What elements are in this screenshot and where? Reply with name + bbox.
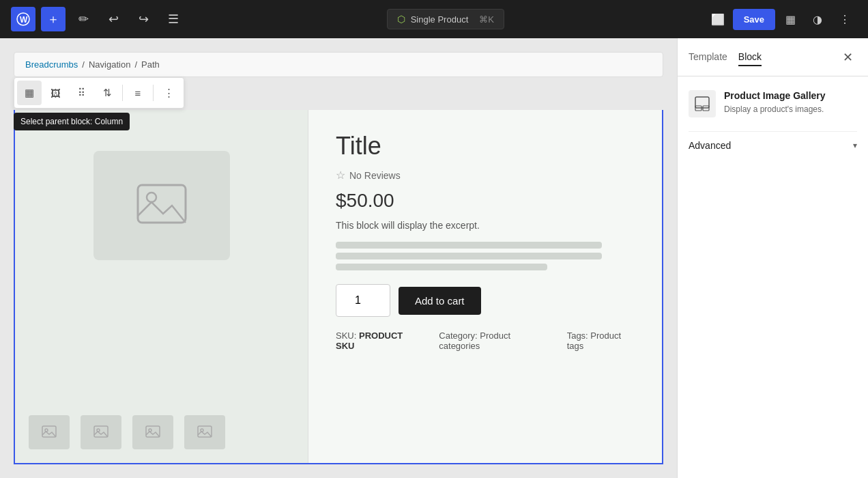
product-category: Category: Product categories — [439, 331, 545, 351]
main-area: Breadcrumbs / Navigation / Path ▦ 🖼 ⠿ ⇅ — [0, 38, 868, 478]
redo-icon: ↪ — [139, 12, 149, 27]
reviews-text: No Reviews — [349, 170, 401, 181]
block-description: Display a product's images. — [724, 104, 826, 115]
thumbnail-row — [29, 415, 225, 449]
toolbar-divider-2 — [153, 85, 154, 101]
svg-rect-12 — [695, 97, 709, 108]
align-icon: ≡ — [135, 87, 141, 99]
contrast-button[interactable]: ◑ — [805, 7, 830, 31]
layout-icon: ▦ — [785, 13, 796, 26]
breadcrumb: Breadcrumbs / Navigation / Path — [14, 52, 663, 77]
list-icon: ☰ — [168, 12, 179, 27]
product-meta: SKU: PRODUCT SKU Category: Product categ… — [336, 331, 635, 351]
single-product-label: Single Product — [411, 14, 469, 25]
list-view-button[interactable]: ☰ — [161, 7, 186, 31]
product-icon: ⬡ — [397, 14, 405, 25]
save-button[interactable]: Save — [733, 9, 775, 30]
product-details-column: Title ☆ No Reviews $50.00 This block wil… — [308, 110, 662, 463]
svg-point-3 — [147, 193, 156, 202]
plus-icon: ＋ — [47, 11, 59, 27]
preview-icon: ⬜ — [711, 13, 725, 26]
arrows-icon: ⇅ — [103, 87, 112, 99]
wp-logo[interactable]: W — [11, 7, 35, 31]
pencil-icon: ✏ — [78, 12, 89, 27]
select-column-button[interactable]: ▦ — [17, 81, 42, 105]
breadcrumb-separator-2: / — [134, 59, 137, 70]
product-image-placeholder — [93, 151, 230, 260]
add-to-cart-button[interactable]: Add to cart — [399, 287, 481, 315]
thumbnail-3[interactable] — [132, 415, 173, 449]
sku-label: SKU: — [336, 331, 356, 341]
product-tags: Tags: Product tags — [567, 331, 635, 351]
top-toolbar: W ＋ ✏ ↩ ↪ ☰ ⬡ Single Product ⌘K ⬜ Save ▦… — [0, 0, 868, 38]
add-block-button[interactable]: ＋ — [41, 7, 66, 31]
layout-button[interactable]: ▦ — [778, 7, 802, 31]
star-icon: ☆ — [336, 169, 345, 182]
panel-content: Product Image Gallery Display a product'… — [678, 76, 868, 478]
thumbnail-2[interactable] — [81, 415, 121, 449]
product-image-column — [15, 110, 308, 463]
product-title: Title — [336, 132, 635, 160]
toolbar-center: ⬡ Single Product ⌘K — [191, 9, 700, 29]
loading-line-3 — [336, 264, 547, 270]
breadcrumb-item-0[interactable]: Breadcrumbs — [25, 59, 78, 70]
product-excerpt: This block will display the excerpt. — [336, 220, 635, 231]
image-icon: 🖼 — [50, 87, 61, 99]
block-icon — [689, 90, 716, 117]
category-label: Category: — [439, 331, 477, 341]
product-container: Title ☆ No Reviews $50.00 This block wil… — [14, 110, 663, 464]
undo-button[interactable]: ↩ — [101, 7, 126, 31]
breadcrumb-item-1: Navigation — [89, 59, 130, 70]
toolbar-divider — [122, 85, 123, 101]
breadcrumb-separator-1: / — [82, 59, 85, 70]
svg-text:W: W — [20, 15, 28, 25]
keyboard-shortcut: ⌘K — [479, 14, 494, 25]
breadcrumb-item-2: Path — [141, 59, 160, 70]
add-to-cart-row: Add to cart — [336, 284, 635, 317]
advanced-label: Advanced — [689, 140, 731, 151]
align-button[interactable]: ≡ — [126, 81, 150, 105]
product-price: $50.00 — [336, 190, 635, 212]
editor-area: Breadcrumbs / Navigation / Path ▦ 🖼 ⠿ ⇅ — [0, 38, 677, 478]
close-icon: ✕ — [843, 50, 853, 65]
toolbar-right: ⬜ Save ▦ ◑ ⋮ — [706, 7, 857, 31]
advanced-section-header[interactable]: Advanced ▾ — [689, 140, 857, 151]
media-button[interactable]: 🖼 — [43, 81, 68, 105]
thumbnail-1[interactable] — [29, 415, 70, 449]
right-panel: Template Block ✕ Product Image Gallery D… — [677, 38, 868, 478]
block-toolbar: ▦ 🖼 ⠿ ⇅ ≡ ⋮ — [14, 77, 184, 109]
tools-button[interactable]: ✏ — [71, 7, 96, 31]
block-text: Product Image Gallery Display a product'… — [724, 90, 826, 115]
quantity-input[interactable] — [336, 284, 390, 317]
contrast-icon: ◑ — [813, 13, 822, 26]
move-up-down-button[interactable]: ⇅ — [95, 81, 119, 105]
thumbnail-4[interactable] — [184, 415, 225, 449]
more-options-button[interactable]: ⋮ — [833, 7, 857, 31]
chevron-down-icon: ▾ — [853, 141, 857, 150]
dots-icon: ⠿ — [78, 87, 85, 99]
tooltip: Select parent block: Column — [14, 113, 130, 130]
loading-lines — [336, 242, 635, 270]
block-name: Product Image Gallery — [724, 90, 826, 101]
advanced-section: Advanced ▾ — [689, 131, 857, 151]
ellipsis-icon: ⋮ — [839, 13, 850, 26]
product-sku: SKU: PRODUCT SKU — [336, 331, 417, 351]
redo-button[interactable]: ↪ — [131, 7, 156, 31]
tab-template[interactable]: Template — [689, 48, 727, 66]
preview-button[interactable]: ⬜ — [706, 7, 730, 31]
more-dots-icon: ⋮ — [164, 87, 174, 99]
product-reviews: ☆ No Reviews — [336, 169, 635, 182]
column-icon: ▦ — [25, 87, 34, 99]
tags-label: Tags: — [567, 331, 588, 341]
svg-rect-2 — [138, 185, 186, 223]
more-block-options[interactable]: ⋮ — [156, 81, 181, 105]
panel-tabs: Template Block ✕ — [678, 38, 868, 76]
block-info: Product Image Gallery Display a product'… — [689, 90, 857, 117]
tab-block[interactable]: Block — [738, 48, 762, 66]
drag-handle[interactable]: ⠿ — [69, 81, 93, 105]
loading-line-2 — [336, 253, 602, 259]
loading-line-1 — [336, 242, 602, 249]
undo-icon: ↩ — [108, 12, 119, 27]
single-product-pill[interactable]: ⬡ Single Product ⌘K — [387, 9, 504, 29]
close-panel-button[interactable]: ✕ — [838, 48, 857, 67]
